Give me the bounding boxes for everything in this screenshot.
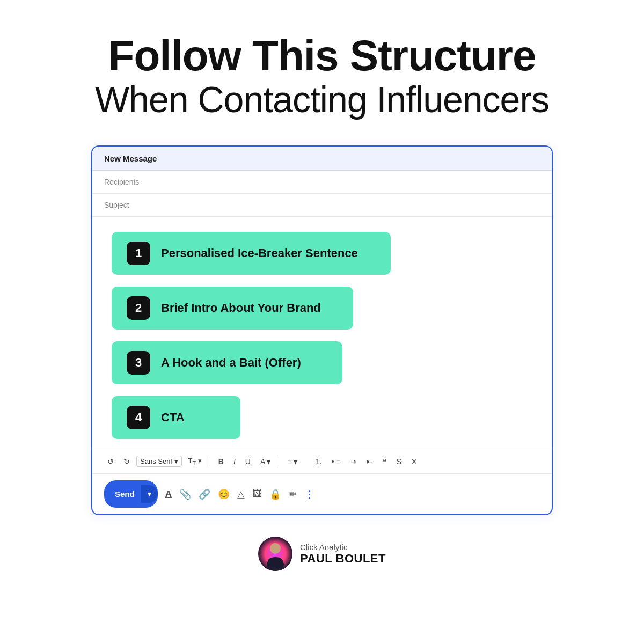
footer: Click Analytic PAUL BOULET xyxy=(258,537,386,571)
image-icon[interactable]: 🖼 xyxy=(252,488,262,500)
align-button[interactable]: ≡ ▾ xyxy=(284,455,301,468)
toolbar-sep-2 xyxy=(279,457,279,466)
send-button[interactable]: Send ▾ xyxy=(104,480,158,508)
clear-format-button[interactable]: ✕ xyxy=(408,455,421,468)
ordered-list-button[interactable]: 1. xyxy=(304,455,325,468)
format-text-icon[interactable]: A xyxy=(165,489,172,500)
svg-point-3 xyxy=(268,557,283,566)
redo-button[interactable]: ↻ xyxy=(120,455,133,468)
recipients-field[interactable]: Recipients xyxy=(92,171,552,194)
font-size-button[interactable]: TT ▾ xyxy=(185,455,205,469)
email-header: New Message xyxy=(92,147,552,171)
undo-button[interactable]: ↺ xyxy=(104,455,117,468)
bold-button[interactable]: B xyxy=(215,455,227,468)
step-3-label: A Hook and a Bait (Offer) xyxy=(161,356,301,370)
italic-button[interactable]: I xyxy=(230,455,239,468)
step-4-badge: 4 xyxy=(127,406,150,429)
lock-icon[interactable]: 🔒 xyxy=(269,488,281,500)
avatar-image xyxy=(258,537,292,571)
more-options-icon[interactable]: ⋮ xyxy=(304,488,314,500)
emoji-icon[interactable]: 😊 xyxy=(218,488,230,500)
step-2-badge: 2 xyxy=(127,296,150,320)
title-line2: When Contacting Influencers xyxy=(95,79,549,120)
link-icon[interactable]: 🔗 xyxy=(199,488,210,500)
step-2-item: 2 Brief Intro About Your Brand xyxy=(112,287,353,330)
email-window: New Message Recipients Subject 1 Persona… xyxy=(91,145,553,516)
signature-icon[interactable]: ✏ xyxy=(289,488,297,500)
font-selector[interactable]: Sans Serif ▾ xyxy=(136,456,182,467)
underline-button[interactable]: U xyxy=(242,455,254,468)
send-dropdown-arrow[interactable]: ▾ xyxy=(141,485,158,503)
toolbar: ↺ ↻ Sans Serif ▾ TT ▾ B I U A ▾ ≡ ▾ 1. •… xyxy=(92,449,552,474)
toolbar-sep-1 xyxy=(210,457,210,466)
person-name: PAUL BOULET xyxy=(300,552,386,566)
email-body: 1 Personalised Ice-Breaker Sentence 2 Br… xyxy=(92,217,552,449)
indent-out-button[interactable]: ⇤ xyxy=(363,455,376,468)
step-1-label: Personalised Ice-Breaker Sentence xyxy=(161,246,358,260)
step-1-badge: 1 xyxy=(127,241,150,265)
email-window-title: New Message xyxy=(104,154,157,163)
svg-point-1 xyxy=(270,543,281,554)
page-title: Follow This Structure When Contacting In… xyxy=(95,32,549,120)
avatar xyxy=(258,537,292,571)
brand-name: Click Analytic xyxy=(300,543,386,552)
footer-text: Click Analytic PAUL BOULET xyxy=(300,543,386,566)
send-button-label: Send xyxy=(115,489,137,499)
font-color-button[interactable]: A ▾ xyxy=(257,455,274,468)
step-3-badge: 3 xyxy=(127,351,150,375)
step-1-item: 1 Personalised Ice-Breaker Sentence xyxy=(112,232,391,275)
step-4-label: CTA xyxy=(161,411,185,425)
title-line1: Follow This Structure xyxy=(95,32,549,79)
subject-field[interactable]: Subject xyxy=(92,194,552,217)
step-4-item: 4 CTA xyxy=(112,396,240,439)
step-3-item: 3 A Hook and a Bait (Offer) xyxy=(112,341,342,384)
indent-in-button[interactable]: ⇥ xyxy=(347,455,360,468)
quote-button[interactable]: ❝ xyxy=(379,455,390,468)
attach-icon[interactable]: 📎 xyxy=(179,488,191,500)
drive-icon[interactable]: △ xyxy=(237,488,245,500)
unordered-list-button[interactable]: • ≡ xyxy=(328,455,344,468)
strikethrough-button[interactable]: S xyxy=(393,455,405,468)
step-2-label: Brief Intro About Your Brand xyxy=(161,301,321,315)
action-bar: Send ▾ A 📎 🔗 😊 △ 🖼 🔒 ✏ ⋮ xyxy=(92,473,552,514)
